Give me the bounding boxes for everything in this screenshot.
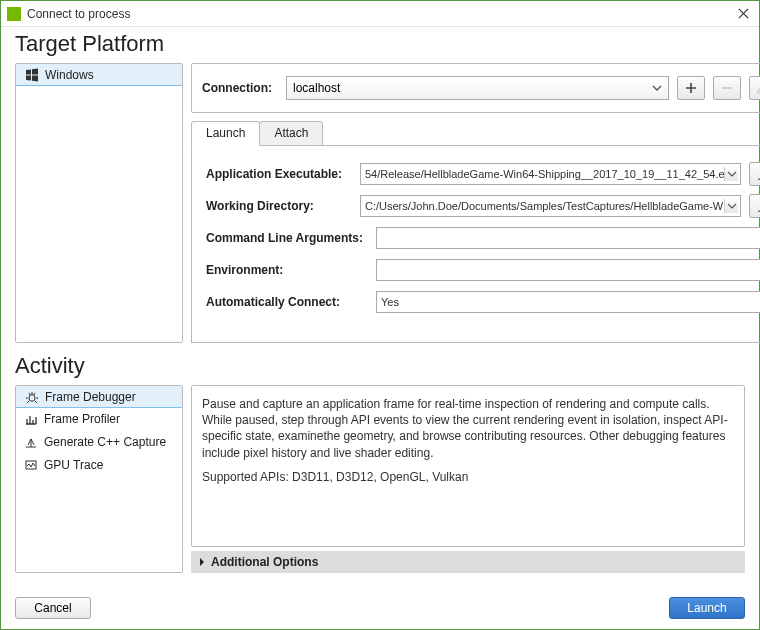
target-platform-heading: Target Platform [1, 27, 759, 63]
bug-icon [25, 390, 39, 404]
activity-description-p2: Supported APIs: D3D11, D3D12, OpenGL, Vu… [202, 469, 734, 485]
working-dir-label: Working Directory: [206, 199, 352, 213]
launch-form: Application Executable: 54/Release/Hellb… [191, 145, 760, 343]
chevron-down-icon [724, 167, 738, 181]
platform-list: Windows [15, 63, 183, 343]
activity-item-label: GPU Trace [44, 458, 103, 472]
activity-item-generate-capture[interactable]: Generate C++ Capture [16, 430, 182, 453]
app-logo [7, 7, 21, 21]
activity-description-p1: Pause and capture an application frame f… [202, 396, 734, 461]
launch-attach-tabs: Launch Attach [191, 121, 760, 146]
edit-connection-button[interactable] [749, 76, 760, 100]
tab-attach[interactable]: Attach [259, 121, 323, 146]
close-button[interactable] [733, 4, 753, 24]
additional-options-label: Additional Options [211, 555, 318, 569]
activity-item-gpu-trace[interactable]: GPU Trace [16, 453, 182, 476]
chevron-down-icon [724, 199, 738, 213]
working-dir-value: C:/Users/John.Doe/Documents/Samples/Test… [365, 200, 723, 212]
bar-chart-icon [24, 412, 38, 426]
windows-icon [25, 68, 39, 82]
connection-label: Connection: [202, 81, 278, 95]
activity-description-panel: Pause and capture an application frame f… [191, 385, 745, 547]
environment-label: Environment: [206, 263, 368, 277]
cmdline-args-field[interactable] [376, 227, 760, 249]
trace-icon [24, 458, 38, 472]
add-connection-button[interactable] [677, 76, 705, 100]
platform-item-label: Windows [45, 68, 94, 82]
browse-workdir-button[interactable]: ... [749, 194, 760, 218]
activity-item-frame-debugger[interactable]: Frame Debugger [15, 385, 183, 408]
cancel-button[interactable]: Cancel [15, 597, 91, 619]
chevron-down-icon [650, 81, 664, 95]
activity-item-label: Frame Profiler [44, 412, 120, 426]
remove-connection-button[interactable] [713, 76, 741, 100]
environment-field[interactable] [376, 259, 760, 281]
app-executable-label: Application Executable: [206, 167, 352, 181]
connection-value: localhost [293, 81, 340, 95]
activity-item-label: Generate C++ Capture [44, 435, 166, 449]
launch-button[interactable]: Launch [669, 597, 745, 619]
working-dir-field[interactable]: C:/Users/John.Doe/Documents/Samples/Test… [360, 195, 741, 217]
svg-point-0 [29, 394, 35, 401]
browse-executable-button[interactable]: ... [749, 162, 760, 186]
activity-heading: Activity [1, 343, 759, 385]
activity-list: Frame Debugger Frame Profiler Generate C… [15, 385, 183, 573]
activity-item-frame-profiler[interactable]: Frame Profiler [16, 407, 182, 430]
autoconnect-value: Yes [381, 296, 399, 308]
cmdline-args-label: Command Line Arguments: [206, 231, 368, 245]
chevron-right-icon [197, 557, 207, 567]
activity-item-label: Frame Debugger [45, 390, 136, 404]
autoconnect-label: Automatically Connect: [206, 295, 368, 309]
titlebar: Connect to process [1, 1, 759, 27]
platform-item-windows[interactable]: Windows [15, 63, 183, 86]
app-executable-field[interactable]: 54/Release/HellbladeGame-Win64-Shipping_… [360, 163, 741, 185]
additional-options-toggle[interactable]: Additional Options [191, 551, 745, 573]
autoconnect-field[interactable]: Yes [376, 291, 760, 313]
app-executable-value: 54/Release/HellbladeGame-Win64-Shipping_… [365, 168, 736, 180]
tab-launch[interactable]: Launch [191, 121, 260, 146]
connection-combo[interactable]: localhost [286, 76, 669, 100]
capture-icon [24, 435, 38, 449]
connection-group: Connection: localhost [191, 63, 760, 113]
window-title: Connect to process [27, 7, 130, 21]
